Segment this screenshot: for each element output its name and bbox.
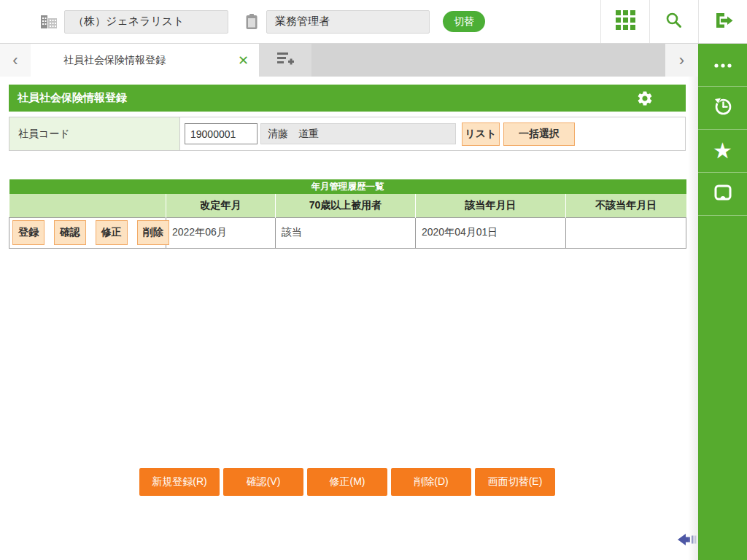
column-header-revision-month: 改定年月: [166, 194, 276, 217]
delete-button[interactable]: 削除(D): [391, 468, 471, 496]
tab-scroll-left-button[interactable]: ‹: [0, 44, 31, 77]
cell-not-applicable-date: [566, 217, 686, 248]
row-delete-button[interactable]: 削除: [137, 220, 169, 245]
tab-close-icon[interactable]: ✕: [238, 54, 249, 67]
column-header-over70: 70歳以上被用者: [276, 194, 416, 217]
memo-icon: [713, 183, 733, 206]
employee-code-input[interactable]: [185, 123, 258, 144]
search-button[interactable]: [649, 0, 698, 43]
company-name-text: （株）ジェネラリスト: [73, 15, 184, 28]
cell-revision-month: 2022年06月: [166, 217, 276, 248]
modify-button[interactable]: 修正(M): [307, 468, 387, 496]
top-header: （株）ジェネラリスト 業務管理者 切替: [0, 0, 747, 44]
sidebar-more-button[interactable]: [698, 44, 747, 87]
gear-icon: [636, 90, 654, 107]
history-clock-icon: [712, 96, 734, 120]
switch-button[interactable]: 切替: [443, 11, 485, 32]
chevron-left-icon: ‹: [12, 51, 18, 70]
header-actions: [600, 0, 747, 43]
grid-menu-icon: [616, 10, 635, 33]
employee-code-row: 社員コード 清藤 道重 リスト 一括選択: [9, 117, 686, 151]
tab-strip-filler: [311, 44, 665, 77]
column-header-actions: [9, 194, 166, 217]
employee-name-field: 清藤 道重: [260, 123, 456, 144]
logout-button[interactable]: [698, 0, 747, 43]
add-tab-button[interactable]: [259, 44, 311, 77]
employee-name-text: 清藤 道重: [268, 128, 319, 141]
bulk-select-button[interactable]: 一括選択: [503, 122, 575, 146]
right-sidebar: ★: [698, 44, 747, 560]
row-register-button[interactable]: 登録: [12, 220, 44, 245]
role-name-field[interactable]: 業務管理者: [266, 10, 430, 34]
column-header-not-applicable-date: 不該当年月日: [566, 194, 686, 217]
page-title-bar: 社員社会保険情報登録: [9, 85, 686, 112]
collapse-panel-arrow-icon[interactable]: [678, 532, 698, 550]
new-register-button[interactable]: 新規登録(R): [139, 468, 220, 496]
sidebar-favorites-button[interactable]: ★: [698, 130, 747, 173]
row-confirm-button[interactable]: 確認: [54, 220, 86, 245]
history-table-title: 年月管理履歴一覧: [9, 179, 686, 194]
cell-applicable-date: 2020年04月01日: [416, 217, 566, 248]
tab-label: 社員社会保険情報登録: [63, 54, 166, 67]
app-grid-menu-button[interactable]: [600, 0, 649, 43]
app-window: （株）ジェネラリスト 業務管理者 切替: [0, 0, 747, 560]
company-name-field[interactable]: （株）ジェネラリスト: [64, 10, 228, 34]
main-content: 社員社会保険情報登録 社員コード 清藤 道重 リスト 一括選択: [0, 77, 698, 560]
history-table-title-row: 年月管理履歴一覧: [9, 179, 686, 194]
history-table-header-row: 改定年月 70歳以上被用者 該当年月日 不該当年月日: [9, 194, 686, 217]
chevron-right-icon: ›: [679, 51, 684, 70]
list-button[interactable]: リスト: [462, 122, 500, 146]
row-modify-button[interactable]: 修正: [96, 220, 128, 245]
page-title: 社員社会保険情報登録: [18, 91, 127, 105]
tab-scroll-right-button[interactable]: ›: [665, 44, 698, 77]
cell-over70: 該当: [276, 217, 416, 248]
star-icon: ★: [713, 140, 732, 162]
confirm-button[interactable]: 確認(V): [223, 468, 303, 496]
history-table-section: 年月管理履歴一覧 改定年月 70歳以上被用者 該当年月日 不該当年月日 登録: [9, 179, 686, 249]
table-row: 登録 確認 修正 削除 2022年06月 該当 2020年04月01日: [9, 217, 686, 248]
screen-switch-button[interactable]: 画面切替(E): [475, 468, 555, 496]
search-icon: [665, 12, 683, 32]
more-dots-icon: [713, 58, 732, 71]
tab-employee-social-insurance[interactable]: 社員社会保険情報登録 ✕: [31, 44, 259, 77]
history-table: 年月管理履歴一覧 改定年月 70歳以上被用者 該当年月日 不該当年月日 登録: [9, 179, 686, 249]
add-tab-icon: [276, 52, 294, 69]
sidebar-history-button[interactable]: [698, 87, 747, 130]
role-name-text: 業務管理者: [275, 15, 330, 28]
employee-code-label: 社員コード: [9, 117, 180, 150]
logout-icon: [712, 11, 734, 33]
row-actions-cell: 登録 確認 修正 削除: [9, 217, 166, 248]
bottom-action-bar: 新規登録(R) 確認(V) 修正(M) 削除(D) 画面切替(E): [9, 468, 686, 496]
tab-strip: ‹ 社員社会保険情報登録 ✕ ›: [0, 44, 698, 77]
sidebar-memo-button[interactable]: [698, 173, 747, 216]
column-header-applicable-date: 該当年月日: [416, 194, 566, 217]
clipboard-icon: [244, 13, 259, 31]
company-building-icon: [39, 14, 58, 30]
settings-button[interactable]: [636, 90, 654, 107]
